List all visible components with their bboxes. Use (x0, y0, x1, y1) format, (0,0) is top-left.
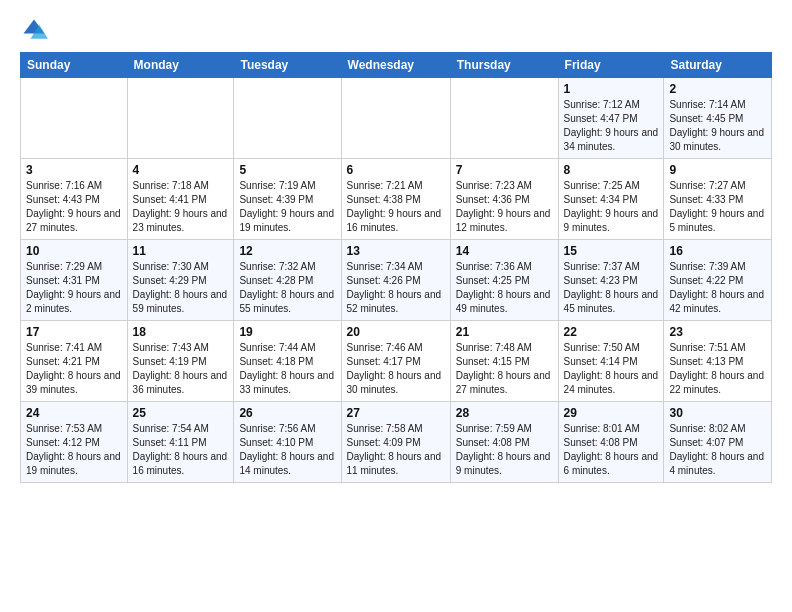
day-number: 11 (133, 244, 229, 258)
calendar-cell: 29Sunrise: 8:01 AM Sunset: 4:08 PM Dayli… (558, 402, 664, 483)
calendar-cell: 20Sunrise: 7:46 AM Sunset: 4:17 PM Dayli… (341, 321, 450, 402)
day-info: Sunrise: 7:19 AM Sunset: 4:39 PM Dayligh… (239, 179, 335, 235)
calendar-cell: 2Sunrise: 7:14 AM Sunset: 4:45 PM Daylig… (664, 78, 772, 159)
day-info: Sunrise: 7:46 AM Sunset: 4:17 PM Dayligh… (347, 341, 445, 397)
day-number: 23 (669, 325, 766, 339)
calendar-week-row: 1Sunrise: 7:12 AM Sunset: 4:47 PM Daylig… (21, 78, 772, 159)
calendar-cell: 16Sunrise: 7:39 AM Sunset: 4:22 PM Dayli… (664, 240, 772, 321)
calendar-cell: 10Sunrise: 7:29 AM Sunset: 4:31 PM Dayli… (21, 240, 128, 321)
calendar-week-row: 24Sunrise: 7:53 AM Sunset: 4:12 PM Dayli… (21, 402, 772, 483)
page: SundayMondayTuesdayWednesdayThursdayFrid… (0, 0, 792, 612)
calendar-cell: 15Sunrise: 7:37 AM Sunset: 4:23 PM Dayli… (558, 240, 664, 321)
day-info: Sunrise: 7:29 AM Sunset: 4:31 PM Dayligh… (26, 260, 122, 316)
calendar-cell: 24Sunrise: 7:53 AM Sunset: 4:12 PM Dayli… (21, 402, 128, 483)
calendar-cell: 25Sunrise: 7:54 AM Sunset: 4:11 PM Dayli… (127, 402, 234, 483)
calendar-week-row: 17Sunrise: 7:41 AM Sunset: 4:21 PM Dayli… (21, 321, 772, 402)
day-number: 12 (239, 244, 335, 258)
day-number: 2 (669, 82, 766, 96)
day-number: 3 (26, 163, 122, 177)
logo (20, 16, 52, 44)
day-info: Sunrise: 7:36 AM Sunset: 4:25 PM Dayligh… (456, 260, 553, 316)
day-info: Sunrise: 7:51 AM Sunset: 4:13 PM Dayligh… (669, 341, 766, 397)
day-info: Sunrise: 7:41 AM Sunset: 4:21 PM Dayligh… (26, 341, 122, 397)
weekday-header-thursday: Thursday (450, 53, 558, 78)
day-info: Sunrise: 7:23 AM Sunset: 4:36 PM Dayligh… (456, 179, 553, 235)
calendar-cell: 30Sunrise: 8:02 AM Sunset: 4:07 PM Dayli… (664, 402, 772, 483)
day-number: 27 (347, 406, 445, 420)
day-number: 6 (347, 163, 445, 177)
day-number: 28 (456, 406, 553, 420)
day-info: Sunrise: 7:18 AM Sunset: 4:41 PM Dayligh… (133, 179, 229, 235)
day-number: 16 (669, 244, 766, 258)
calendar-cell: 6Sunrise: 7:21 AM Sunset: 4:38 PM Daylig… (341, 159, 450, 240)
day-info: Sunrise: 7:43 AM Sunset: 4:19 PM Dayligh… (133, 341, 229, 397)
calendar-cell: 7Sunrise: 7:23 AM Sunset: 4:36 PM Daylig… (450, 159, 558, 240)
calendar-cell: 18Sunrise: 7:43 AM Sunset: 4:19 PM Dayli… (127, 321, 234, 402)
day-number: 15 (564, 244, 659, 258)
day-info: Sunrise: 7:12 AM Sunset: 4:47 PM Dayligh… (564, 98, 659, 154)
day-info: Sunrise: 7:54 AM Sunset: 4:11 PM Dayligh… (133, 422, 229, 478)
day-number: 9 (669, 163, 766, 177)
day-number: 26 (239, 406, 335, 420)
calendar-cell: 1Sunrise: 7:12 AM Sunset: 4:47 PM Daylig… (558, 78, 664, 159)
calendar-cell: 4Sunrise: 7:18 AM Sunset: 4:41 PM Daylig… (127, 159, 234, 240)
day-number: 17 (26, 325, 122, 339)
calendar-cell (21, 78, 128, 159)
weekday-header-friday: Friday (558, 53, 664, 78)
calendar-week-row: 10Sunrise: 7:29 AM Sunset: 4:31 PM Dayli… (21, 240, 772, 321)
day-info: Sunrise: 7:21 AM Sunset: 4:38 PM Dayligh… (347, 179, 445, 235)
day-number: 20 (347, 325, 445, 339)
day-info: Sunrise: 7:32 AM Sunset: 4:28 PM Dayligh… (239, 260, 335, 316)
day-info: Sunrise: 7:27 AM Sunset: 4:33 PM Dayligh… (669, 179, 766, 235)
day-info: Sunrise: 8:01 AM Sunset: 4:08 PM Dayligh… (564, 422, 659, 478)
calendar-header-row: SundayMondayTuesdayWednesdayThursdayFrid… (21, 53, 772, 78)
weekday-header-sunday: Sunday (21, 53, 128, 78)
day-info: Sunrise: 7:16 AM Sunset: 4:43 PM Dayligh… (26, 179, 122, 235)
day-info: Sunrise: 7:53 AM Sunset: 4:12 PM Dayligh… (26, 422, 122, 478)
day-number: 30 (669, 406, 766, 420)
calendar-cell: 9Sunrise: 7:27 AM Sunset: 4:33 PM Daylig… (664, 159, 772, 240)
weekday-header-tuesday: Tuesday (234, 53, 341, 78)
day-number: 24 (26, 406, 122, 420)
calendar-cell (234, 78, 341, 159)
calendar-cell: 17Sunrise: 7:41 AM Sunset: 4:21 PM Dayli… (21, 321, 128, 402)
calendar-cell: 5Sunrise: 7:19 AM Sunset: 4:39 PM Daylig… (234, 159, 341, 240)
day-number: 10 (26, 244, 122, 258)
calendar-table: SundayMondayTuesdayWednesdayThursdayFrid… (20, 52, 772, 483)
day-number: 18 (133, 325, 229, 339)
day-number: 14 (456, 244, 553, 258)
day-number: 22 (564, 325, 659, 339)
day-number: 13 (347, 244, 445, 258)
calendar-cell (450, 78, 558, 159)
weekday-header-monday: Monday (127, 53, 234, 78)
calendar-cell: 23Sunrise: 7:51 AM Sunset: 4:13 PM Dayli… (664, 321, 772, 402)
day-info: Sunrise: 7:39 AM Sunset: 4:22 PM Dayligh… (669, 260, 766, 316)
calendar-cell: 14Sunrise: 7:36 AM Sunset: 4:25 PM Dayli… (450, 240, 558, 321)
calendar-cell: 12Sunrise: 7:32 AM Sunset: 4:28 PM Dayli… (234, 240, 341, 321)
day-info: Sunrise: 7:30 AM Sunset: 4:29 PM Dayligh… (133, 260, 229, 316)
day-info: Sunrise: 7:34 AM Sunset: 4:26 PM Dayligh… (347, 260, 445, 316)
day-info: Sunrise: 8:02 AM Sunset: 4:07 PM Dayligh… (669, 422, 766, 478)
calendar-cell: 11Sunrise: 7:30 AM Sunset: 4:29 PM Dayli… (127, 240, 234, 321)
calendar-cell: 22Sunrise: 7:50 AM Sunset: 4:14 PM Dayli… (558, 321, 664, 402)
calendar-cell: 26Sunrise: 7:56 AM Sunset: 4:10 PM Dayli… (234, 402, 341, 483)
calendar-cell: 19Sunrise: 7:44 AM Sunset: 4:18 PM Dayli… (234, 321, 341, 402)
weekday-header-saturday: Saturday (664, 53, 772, 78)
day-info: Sunrise: 7:25 AM Sunset: 4:34 PM Dayligh… (564, 179, 659, 235)
calendar-cell (127, 78, 234, 159)
day-number: 8 (564, 163, 659, 177)
day-info: Sunrise: 7:59 AM Sunset: 4:08 PM Dayligh… (456, 422, 553, 478)
day-number: 29 (564, 406, 659, 420)
day-info: Sunrise: 7:37 AM Sunset: 4:23 PM Dayligh… (564, 260, 659, 316)
day-info: Sunrise: 7:48 AM Sunset: 4:15 PM Dayligh… (456, 341, 553, 397)
day-info: Sunrise: 7:14 AM Sunset: 4:45 PM Dayligh… (669, 98, 766, 154)
calendar-cell: 13Sunrise: 7:34 AM Sunset: 4:26 PM Dayli… (341, 240, 450, 321)
day-number: 4 (133, 163, 229, 177)
day-number: 5 (239, 163, 335, 177)
day-number: 21 (456, 325, 553, 339)
day-info: Sunrise: 7:58 AM Sunset: 4:09 PM Dayligh… (347, 422, 445, 478)
day-info: Sunrise: 7:50 AM Sunset: 4:14 PM Dayligh… (564, 341, 659, 397)
header (20, 16, 772, 44)
logo-icon (20, 16, 48, 44)
weekday-header-wednesday: Wednesday (341, 53, 450, 78)
